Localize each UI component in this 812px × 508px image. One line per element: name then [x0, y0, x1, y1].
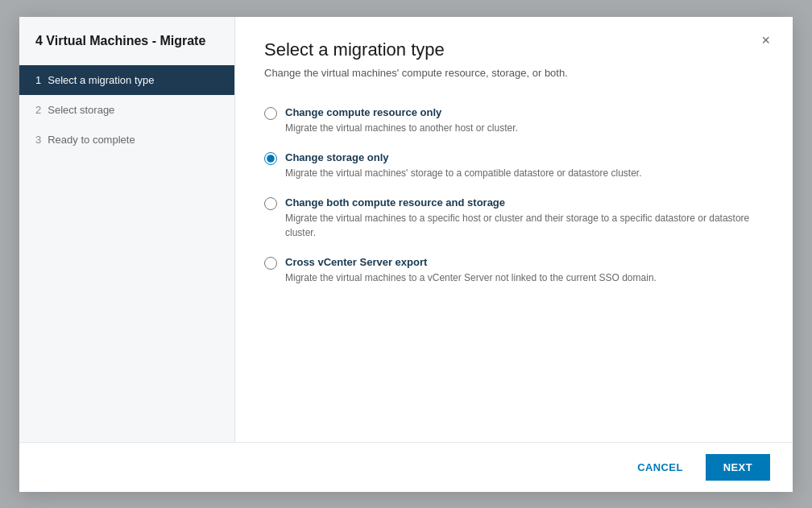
- option-compute-only-label: Change compute resource only: [285, 106, 518, 118]
- main-title: Select a migration type: [264, 39, 764, 60]
- option-group: Change compute resource only Migrate the…: [264, 98, 764, 293]
- main-subtitle: Change the virtual machines' compute res…: [264, 67, 764, 79]
- sidebar: 4 Virtual Machines - Migrate 1 Select a …: [19, 17, 235, 442]
- option-both[interactable]: Change both compute resource and storage…: [264, 188, 764, 248]
- main-content: × Select a migration type Change the vir…: [235, 17, 793, 442]
- option-both-label: Change both compute resource and storage: [285, 196, 764, 209]
- option-cross-vcenter-desc: Migrate the virtual machines to a vCente…: [285, 271, 657, 285]
- sidebar-step-2[interactable]: 2 Select storage: [19, 95, 234, 125]
- close-button[interactable]: ×: [755, 30, 777, 51]
- step-label-1: Select a migration type: [48, 74, 154, 86]
- radio-cross-vcenter[interactable]: [264, 257, 277, 270]
- cancel-button[interactable]: CANCEL: [624, 455, 696, 480]
- radio-both-wrapper: [264, 197, 277, 213]
- option-storage-only-text: Change storage only Migrate the virtual …: [285, 151, 642, 180]
- option-cross-vcenter-text: Cross vCenter Server export Migrate the …: [285, 256, 657, 285]
- sidebar-title: 4 Virtual Machines - Migrate: [19, 33, 234, 66]
- option-both-text: Change both compute resource and storage…: [285, 196, 764, 240]
- option-compute-only-text: Change compute resource only Migrate the…: [285, 106, 518, 135]
- option-storage-only-desc: Migrate the virtual machines' storage to…: [285, 166, 642, 180]
- option-cross-vcenter-label: Cross vCenter Server export: [285, 256, 657, 268]
- dialog-overlay: 4 Virtual Machines - Migrate 1 Select a …: [0, 0, 812, 508]
- radio-cross-vcenter-wrapper: [264, 257, 277, 272]
- step-label-3: Ready to complete: [48, 134, 135, 146]
- option-storage-only-label: Change storage only: [285, 151, 642, 163]
- step-number-1: 1: [35, 74, 41, 86]
- step-number-3: 3: [35, 134, 41, 146]
- option-cross-vcenter[interactable]: Cross vCenter Server export Migrate the …: [264, 248, 764, 293]
- radio-storage-only[interactable]: [264, 152, 277, 165]
- radio-compute-only[interactable]: [264, 107, 277, 120]
- dialog-footer: CANCEL NEXT: [19, 442, 793, 492]
- option-storage-only[interactable]: Change storage only Migrate the virtual …: [264, 143, 764, 188]
- radio-compute-only-wrapper: [264, 107, 277, 122]
- next-button[interactable]: NEXT: [706, 454, 770, 481]
- migration-dialog: 4 Virtual Machines - Migrate 1 Select a …: [19, 17, 793, 492]
- step-number-2: 2: [35, 104, 41, 116]
- option-compute-only-desc: Migrate the virtual machines to another …: [285, 121, 518, 135]
- option-compute-only[interactable]: Change compute resource only Migrate the…: [264, 98, 764, 143]
- radio-both[interactable]: [264, 197, 277, 210]
- sidebar-step-1[interactable]: 1 Select a migration type: [19, 65, 234, 95]
- radio-storage-only-wrapper: [264, 152, 277, 167]
- step-label-2: Select storage: [48, 104, 114, 116]
- dialog-body: 4 Virtual Machines - Migrate 1 Select a …: [19, 17, 793, 442]
- sidebar-step-3[interactable]: 3 Ready to complete: [19, 125, 234, 155]
- option-both-desc: Migrate the virtual machines to a specif…: [285, 211, 764, 240]
